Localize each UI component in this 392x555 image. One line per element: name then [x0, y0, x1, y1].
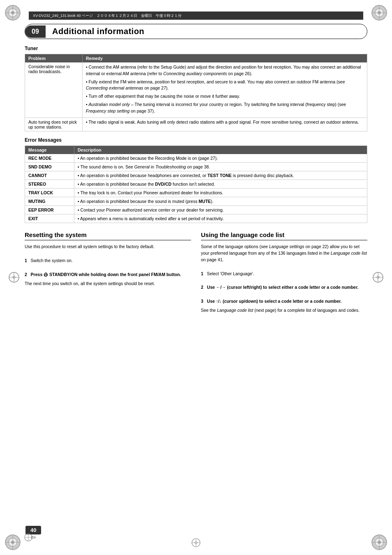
error-desc-2: • The sound demo is on. See General in T… [74, 163, 367, 171]
chapter-heading: 09 Additional information [25, 24, 367, 39]
error-desc-8: • Appears when a menu is automatically e… [74, 214, 367, 223]
bottom-center-marker [191, 538, 201, 548]
table-row: Considerable noise in radio broadcasts. … [25, 62, 367, 118]
corner-decoration-br [369, 532, 390, 553]
tuner-remedy-1: • Connect the AM antenna (refer to the S… [83, 62, 367, 118]
language-step2: 2 Use ←/→ (cursor left/right) to select … [201, 284, 367, 291]
error-message-2: SND DEMO [25, 163, 74, 171]
chapter-number: 09 [25, 25, 46, 38]
error-message-4: STEREO [25, 180, 74, 189]
table-row: Auto tuning does not pick up some statio… [25, 118, 367, 131]
language-step3: 3 Use ↑/↓ (cursor up/down) to select a c… [201, 298, 367, 305]
resetting-step2-note: The next time you switch on, all the sys… [25, 281, 191, 287]
error-desc-7: • Contact your Pioneer authorized servic… [74, 206, 367, 214]
error-message-5: TRAY LOCK [25, 189, 74, 197]
error-desc-3: • An operation is prohibited because hea… [74, 171, 367, 180]
resetting-section: Resetting the system Use this procedure … [25, 231, 191, 316]
tuner-problem-2: Auto tuning does not pick up some statio… [25, 118, 83, 131]
bottom-two-col: Resetting the system Use this procedure … [25, 231, 367, 316]
language-code-title: Using the language code list [201, 231, 367, 240]
table-row: REC MODE • An operation is prohibited be… [25, 154, 367, 163]
table-row: STEREO • An operation is prohibited beca… [25, 180, 367, 189]
table-row: SND DEMO • The sound demo is on. See Gen… [25, 163, 367, 171]
corner-decoration-bl [2, 532, 23, 553]
error-col2-header: Description [74, 146, 367, 154]
error-desc-1: • An operation is prohibited because the… [74, 154, 367, 163]
table-row: TRAY LOCK • The tray lock is on. Contact… [25, 189, 367, 197]
corner-decoration-tl [2, 2, 23, 23]
right-side-marker [372, 272, 384, 284]
tuner-heading: Tuner [25, 46, 367, 51]
error-desc-5: • The tray lock is on. Contact your Pion… [74, 189, 367, 197]
chapter-title: Additional information [46, 24, 151, 39]
left-side-marker [8, 272, 20, 284]
resetting-intro: Use this procedure to reset all system s… [25, 244, 191, 250]
resetting-title: Resetting the system [25, 231, 191, 240]
page-crosshair [24, 533, 33, 543]
tuner-problem-1: Considerable noise in radio broadcasts. [25, 62, 83, 118]
error-desc-6: • An operation is prohibited because the… [74, 197, 367, 206]
error-message-8: EXIT [25, 214, 74, 223]
resetting-step1: 1 Switch the system on. [25, 258, 191, 264]
main-content: 09 Additional information Tuner Problem … [25, 24, 367, 530]
error-message-6: MUTING [25, 197, 74, 206]
tuner-col1-header: Problem [25, 54, 83, 63]
language-step3-note: See the Language code list (next page) f… [201, 307, 367, 314]
error-message-1: REC MODE [25, 154, 74, 163]
corner-decoration-tr [369, 2, 390, 23]
error-col1-header: Message [25, 146, 74, 154]
error-desc-4: • An operation is prohibited because the… [74, 180, 367, 189]
table-row: EXIT • Appears when a menu is automatica… [25, 214, 367, 223]
error-message-7: EEP ERROR [25, 206, 74, 214]
tuner-remedy-2: • The radio signal is weak. Auto tuning … [83, 118, 367, 131]
error-message-3: CANNOT [25, 171, 74, 180]
language-code-section: Using the language code list Some of the… [201, 231, 367, 316]
tuner-table: Problem Remedy Considerable noise in rad… [25, 54, 367, 131]
table-row: CANNOT • An operation is prohibited beca… [25, 171, 367, 180]
header-bar: XV-DV232_240_131.book 40 ページ ２００４年１２月２４日… [29, 12, 363, 20]
language-step1: 1 Select 'Other Language'. [201, 271, 367, 277]
resetting-step2: 2 Press ⏻ STANDBY/ON while holding down … [25, 272, 191, 278]
header-file-info: XV-DV232_240_131.book 40 ページ ２００４年１２月２４日… [33, 13, 182, 18]
tuner-col2-header: Remedy [83, 54, 367, 63]
language-code-intro: Some of the language options (see Langua… [201, 244, 367, 263]
table-row: EEP ERROR • Contact your Pioneer authori… [25, 206, 367, 214]
error-messages-table: Message Description REC MODE • An operat… [25, 145, 367, 223]
table-row: MUTING • An operation is prohibited beca… [25, 197, 367, 206]
error-messages-heading: Error Messages [25, 137, 367, 143]
